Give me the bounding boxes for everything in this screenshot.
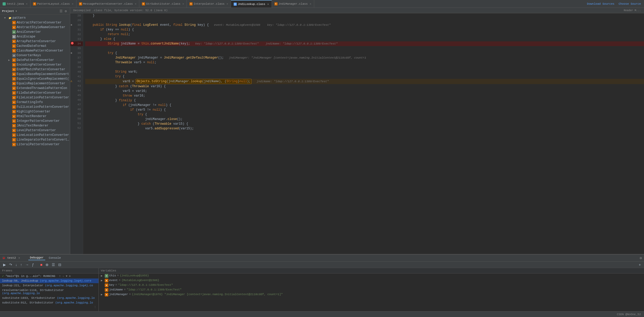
code-line-42[interactable]: var6 = Objects.toString(jndiManager.look… (85, 79, 644, 84)
code-line-50[interactable]: jndiManager.close(); (85, 117, 644, 122)
frame-item-resolve[interactable]: resolveVariable:1110, StrSubstitutor (or… (0, 288, 98, 296)
var-item-jndimanager[interactable]: ▶ R jndiManager = {JndiManager@1976} "Jn… (99, 292, 644, 297)
code-line-36[interactable]: try { (85, 51, 644, 55)
code-line-45[interactable]: throw var16; (85, 93, 644, 98)
tree-item[interactable]: C EqualsReplacementConverter (0, 81, 70, 86)
code-line-35[interactable] (85, 46, 644, 51)
debug-resume-button[interactable]: ▶ (2, 262, 7, 267)
debug-run-to-cursor-button[interactable]: → (24, 262, 30, 267)
tab-close[interactable]: ✕ (72, 2, 73, 5)
debug-step-over-button[interactable]: ↷ (8, 262, 13, 267)
tree-item[interactable]: C CachedDateFormat (0, 44, 70, 48)
tree-item[interactable]: C HighlightConverter (0, 109, 70, 114)
debug-session-close[interactable]: ✕ (18, 256, 20, 259)
download-sources-link[interactable]: Download Sources (587, 2, 615, 5)
code-line-37[interactable]: JndiManager jndiManager = JndiManager.ge… (85, 55, 644, 60)
tree-item[interactable]: C LevelPatternConverter (0, 128, 70, 133)
tree-item[interactable]: C FileDatePatternConverter (0, 91, 70, 95)
debug-step-out-button[interactable]: ↑ (19, 262, 23, 267)
tree-item[interactable]: E AnsiEscape (0, 34, 70, 39)
sidebar-gear-icon[interactable]: ⚙ (65, 9, 67, 13)
tree-item[interactable]: C ClassNamePatternConverter (0, 48, 70, 53)
code-line-47[interactable]: if (jndiManager != null) { (85, 103, 644, 107)
frame-more-icon[interactable]: ⊕ (69, 275, 71, 278)
tree-item[interactable]: C LineSeparatorPatternConverter (0, 137, 70, 142)
tree-item[interactable]: C ArrayPatternConverter (0, 39, 70, 44)
tab-pattern-layout[interactable]: C PatternLayout.class ✕ (30, 0, 76, 8)
tab-close[interactable]: ✕ (267, 3, 269, 6)
debug-evaluate-button[interactable]: ƒ (31, 262, 35, 267)
code-line-44[interactable]: var5 = var16; (85, 89, 644, 93)
tree-item[interactable]: C LineLocationPatternConverter (0, 133, 70, 137)
code-editor[interactable]: 28 29 30◉ 31 32 33 34 35 36◉ 37 38 39 40… (70, 13, 644, 254)
tab-close[interactable]: ✕ (135, 2, 136, 5)
frame-item-interpolator[interactable]: lookup:221, Interpolator (org.apache.log… (0, 283, 98, 288)
tree-item[interactable]: C AbstractPatternConverter (0, 20, 70, 25)
code-line-29[interactable] (85, 18, 644, 23)
code-line-40[interactable]: String var6; (85, 69, 644, 74)
tab-debugger[interactable]: Debugger (28, 256, 45, 260)
code-line-43[interactable]: } catch (Throwable var16) { (85, 84, 644, 89)
frame-item-substitute1[interactable]: substitute:1033, StrSubstitutor (org.apa… (0, 296, 98, 300)
code-line-49[interactable]: try { (85, 112, 644, 117)
code-line-33[interactable]: } else { (85, 37, 644, 41)
tree-item[interactable]: C ExtendedThrowablePatternCon (0, 86, 70, 91)
tab-message-pattern[interactable]: C MessagePatternConverter.class ✕ (76, 0, 139, 8)
tree-item[interactable]: C EqualsIgnoreCaseReplacement( (0, 77, 70, 81)
tree-item[interactable]: C HtmlTextRenderer (0, 114, 70, 119)
var-item-this[interactable]: ▶ T this = {JndiLookup@1955} (99, 274, 644, 278)
tab-close[interactable]: ✕ (310, 2, 311, 5)
frame-item-jndilookup[interactable]: lookup:56, JndiLookup (org.apache.loggin… (0, 278, 98, 283)
frame-item-main[interactable]: ✓ "main"@1 in g...ain": RUNNING ↑ ↓ ▼ ⊕ (0, 274, 98, 278)
code-line-30[interactable]: public String lookup(final LogEvent even… (85, 23, 644, 27)
frame-filter-icon[interactable]: ▼ (66, 275, 67, 278)
code-line-31[interactable]: if (key == null) { (85, 27, 644, 32)
var-item-event[interactable]: ▶ R event = {MutableLogEvent@1586} (99, 278, 644, 283)
debug-step-into-button[interactable]: ↓ (14, 262, 18, 267)
frame-up-arrow[interactable]: ↑ (59, 275, 61, 278)
debug-add-button[interactable]: + (638, 262, 642, 267)
var-item-key[interactable]: R key = "ldap://127.0.0.1:1389/ExecTest" (99, 283, 644, 288)
tab-close[interactable]: ✕ (227, 2, 228, 5)
tree-item[interactable]: @ ConverterKeys (0, 53, 70, 58)
tab-test2-java[interactable]: test2.java ✕ (0, 0, 30, 8)
code-line-38[interactable]: Throwable var5 = null; (85, 60, 644, 65)
frame-down-arrow[interactable]: ↓ (63, 275, 64, 278)
tab-close[interactable]: ✕ (182, 2, 184, 5)
debug-settings-icon[interactable]: ⚙ (640, 256, 642, 260)
code-line-41[interactable]: try { (85, 74, 644, 79)
code-line-32[interactable]: return null; (85, 32, 644, 37)
tab-jndi-lookup[interactable]: C JndiLookup.class ✕ (231, 0, 272, 8)
code-line-39[interactable] (85, 65, 644, 69)
tree-item[interactable]: C EqualsBaseReplacementConvert (0, 72, 70, 77)
tree-item[interactable]: C IntegerPatternConverter (0, 119, 70, 123)
code-content[interactable]: } public String lookup(final LogEvent ev… (83, 13, 644, 254)
tree-item[interactable]: C JAnsiTextRenderer (0, 123, 70, 128)
frame-item-substitute2[interactable]: substitute:912, StrSubstitutor (org.apac… (0, 300, 98, 305)
tree-item[interactable]: C FileLocationPatternConverter (0, 95, 70, 100)
code-line-28[interactable]: } (85, 13, 644, 18)
tree-item[interactable]: C FormattingInfo (0, 100, 70, 105)
sidebar-collapse-icon[interactable]: ☰ (60, 9, 63, 13)
tab-str-substitutor[interactable]: C StrSubstitutor.class ✕ (139, 0, 187, 8)
code-line-48[interactable]: if (var5 != null) { (85, 107, 644, 112)
debug-restore-layout-button[interactable]: ⊟ (57, 262, 62, 267)
debug-stop-button[interactable]: ■ (39, 262, 43, 267)
choose-source-link[interactable]: Choose Source (619, 2, 641, 5)
tree-item[interactable]: C EndOfBatchPatternConverter (0, 67, 70, 72)
var-item-jndiname[interactable]: R jndiName = "ldap://127.0.0.1:1389/Exec… (99, 288, 644, 292)
debug-settings-button[interactable]: ☰ (51, 262, 56, 267)
tree-item[interactable]: C LiteralPatternConverter (0, 142, 70, 147)
code-line-52[interactable]: var5.addSuppressed(var15); (85, 126, 644, 131)
tree-root-pattern[interactable]: ▼ 📁 pattern (0, 16, 70, 20)
tree-item[interactable]: A AnsiConverter (0, 30, 70, 34)
tree-item[interactable]: ▶ C DatePatternConverter (0, 58, 70, 62)
debug-mute-breakpoints-button[interactable]: ⊗ (44, 262, 50, 267)
tree-item[interactable]: C EncodingPatternConverter (0, 62, 70, 67)
tree-item[interactable]: C AbstractStyleNameConverter (0, 25, 70, 30)
tab-jndi-manager[interactable]: C JndiManager.class ✕ (272, 0, 314, 8)
sidebar-dropdown-icon[interactable]: ▾ (15, 9, 17, 13)
code-line-51[interactable]: } catch (Throwable var15) { (85, 122, 644, 126)
tab-close[interactable]: ✕ (26, 2, 28, 5)
tab-interpolator[interactable]: C Interpolator.class ✕ (187, 0, 231, 8)
